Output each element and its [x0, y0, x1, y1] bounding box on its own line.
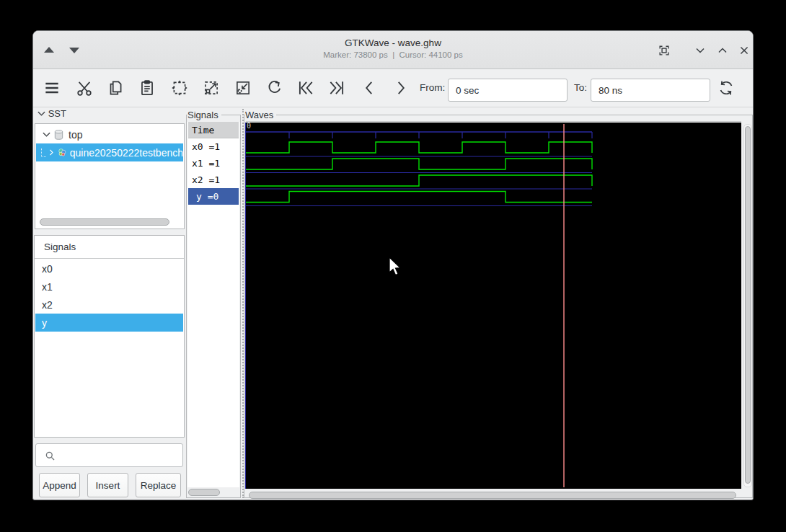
- tree-item-testbench[interactable]: quine20250222testbench: [36, 143, 183, 161]
- tree-item-label: quine20250222testbench: [70, 147, 183, 159]
- time-header[interactable]: Time: [188, 122, 239, 138]
- tree-hscrollbar[interactable]: [40, 218, 169, 226]
- signal-list-panel: Signals x0x1x2y: [34, 235, 185, 438]
- zoom-in-icon[interactable]: [199, 76, 224, 100]
- window-title: GTKWave - wave.ghw: [33, 37, 753, 48]
- signal-list-item-x0[interactable]: x0: [35, 260, 183, 278]
- from-input[interactable]: [448, 79, 568, 102]
- close-icon[interactable]: [737, 43, 751, 58]
- to-label: To:: [574, 82, 587, 93]
- search-input[interactable]: [61, 445, 180, 465]
- tree-item-top[interactable]: top: [36, 125, 183, 143]
- maximize-icon[interactable]: [715, 43, 730, 58]
- mouse-cursor: [388, 257, 404, 278]
- chevron-right-icon[interactable]: [49, 148, 53, 156]
- wave-name-row-x1[interactable]: x1 =1: [188, 155, 239, 172]
- entity-icon: [58, 146, 66, 159]
- titlebar[interactable]: GTKWave - wave.ghw Marker: 73800 ps | Cu…: [33, 31, 753, 69]
- menu-icon[interactable]: [40, 76, 64, 100]
- paste-icon[interactable]: [135, 76, 159, 100]
- waves-panel: 0: [244, 115, 753, 498]
- signal-list-item-x2[interactable]: x2: [35, 296, 183, 314]
- tree-branch-line: [41, 148, 46, 157]
- module-icon: [53, 129, 64, 141]
- minimize-icon[interactable]: [693, 43, 707, 58]
- go-end-icon[interactable]: [324, 76, 349, 100]
- reload-icon[interactable]: [714, 76, 738, 100]
- waves-vscrollbar[interactable]: [743, 124, 752, 487]
- undo-icon[interactable]: [262, 76, 286, 100]
- toolbar: From: To:: [33, 69, 753, 107]
- sst-expander[interactable]: SST: [37, 108, 66, 119]
- signal-search[interactable]: [35, 443, 183, 467]
- wave-name-row-y[interactable]: y =0: [188, 188, 239, 205]
- cut-icon[interactable]: [72, 76, 97, 100]
- to-input[interactable]: [591, 79, 710, 102]
- copy-icon[interactable]: [103, 76, 128, 100]
- waveform-plot: [245, 123, 741, 489]
- zoom-fit-icon[interactable]: [167, 76, 192, 100]
- next-edge-icon[interactable]: [389, 76, 413, 100]
- names-panel-title: Signals: [187, 110, 221, 120]
- signal-list-header: Signals: [35, 236, 184, 259]
- wave-names-panel: Timex0 =1x1 =1x2 =1y =0: [186, 115, 241, 498]
- insert-button[interactable]: Insert: [87, 473, 128, 497]
- tree-item-label: top: [69, 129, 82, 141]
- replace-button[interactable]: Replace: [136, 473, 181, 497]
- from-label: From:: [420, 82, 445, 93]
- wave-name-row-x2[interactable]: x2 =1: [188, 172, 239, 188]
- go-start-icon[interactable]: [293, 76, 318, 100]
- search-icon: [44, 450, 56, 462]
- sst-tree: top quine20250222testbench: [35, 123, 185, 229]
- marker-cursor-status: Marker: 73800 ps | Cursor: 44100 ps: [33, 50, 753, 59]
- timeline-origin-label: 0: [247, 123, 251, 130]
- names-hscrollbar[interactable]: [188, 489, 220, 496]
- prev-edge-icon[interactable]: [357, 76, 381, 100]
- chevron-down-icon[interactable]: [43, 131, 50, 138]
- zoom-out-icon[interactable]: [231, 76, 255, 100]
- fullscreen-icon[interactable]: [657, 43, 671, 58]
- append-button[interactable]: Append: [39, 473, 80, 497]
- waves-panel-title: Waves: [245, 110, 276, 120]
- signal-list-item-y[interactable]: y: [35, 314, 183, 332]
- waves-hscrollbar[interactable]: [247, 491, 741, 500]
- wave-name-row-x0[interactable]: x0 =1: [188, 138, 239, 155]
- wave-canvas[interactable]: 0: [245, 123, 741, 489]
- sst-label: SST: [48, 108, 66, 119]
- signal-list-item-x1[interactable]: x1: [35, 278, 183, 296]
